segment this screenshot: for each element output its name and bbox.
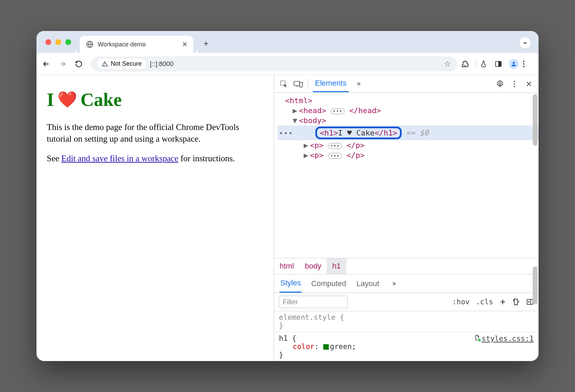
warning-icon [102,61,108,67]
devtools-toolbar: Elements [274,75,539,93]
inspect-element-icon[interactable] [279,79,289,89]
subtab-styles[interactable]: Styles [280,274,302,293]
minimize-window-button[interactable] [55,39,61,45]
new-tab-button[interactable]: + [201,38,211,49]
page-heading: I ❤️ Cake [47,87,263,112]
labs-icon[interactable] [480,60,490,68]
h1-open-tag: <h1> [320,129,338,137]
security-label: Not Secure [111,60,142,67]
close-devtools-icon[interactable] [524,79,534,89]
tab-elements[interactable]: Elements [313,75,349,92]
security-chip[interactable]: Not Secure [98,59,146,69]
profile-avatar[interactable] [509,59,519,69]
svg-point-10 [499,83,501,85]
rule-source-link[interactable]: styles.css:1 [474,334,534,343]
element-style-selector: element.style { [279,313,534,322]
close-window-button[interactable] [45,39,51,45]
css-value: green [330,342,352,351]
p2-pre: See [47,154,61,163]
devtools-scrollbar[interactable] [532,93,539,361]
subtab-layout[interactable]: Layout [356,275,380,292]
dom-breadcrumb: html body h1 [274,258,539,274]
dom-node-body[interactable]: ▼<body> [278,116,539,126]
crumb-body[interactable]: body [300,258,327,274]
svg-point-4 [523,61,524,62]
side-panel-icon[interactable] [495,60,505,68]
heart-icon: ❤️ [57,89,77,110]
svg-point-13 [514,86,515,87]
forward-button[interactable] [58,60,71,68]
styles-filter-input[interactable]: Filter [279,296,348,308]
toolbar-separator [476,59,476,69]
kebab-menu-icon[interactable] [523,60,533,68]
rendered-page: I ❤️ Cake This is the demo page for the … [36,75,274,361]
row-actions-icon[interactable]: ••• [279,129,293,137]
color-swatch[interactable] [323,344,329,350]
svg-rect-2 [499,61,501,66]
globe-icon [86,41,94,48]
more-tabs-icon[interactable] [354,79,363,89]
filter-placeholder: Filter [283,298,298,306]
browser-tab[interactable]: Workspace demo ✕ [80,36,193,53]
heading-text-cake: Cake [80,87,122,112]
paint-flash-icon[interactable] [512,298,520,306]
h1-close-tag: </h1> [375,129,397,137]
more-subtabs-icon[interactable] [389,279,399,288]
browser-window: Workspace demo ✕ + Not Secure [::]:8000 … [36,31,539,361]
dom-node-h1-selected[interactable]: ••• <h1>I ♥ Cake</h1> == $0 [278,126,539,140]
dom-node-p1[interactable]: ▶<p> ••• </p> [278,140,539,150]
content-area: I ❤️ Cake This is the demo page for the … [36,75,539,361]
gear-icon[interactable] [495,79,505,89]
svg-point-3 [513,62,515,64]
rule-element-style[interactable]: element.style { } [274,311,539,332]
subtab-computed[interactable]: Computed [311,275,347,292]
close-tab-icon[interactable]: ✕ [182,40,188,48]
address-bar[interactable]: Not Secure [::]:8000 ☆ [91,56,457,72]
devtools-separator [308,79,308,89]
p2-post: for instructions. [178,154,235,163]
devtools-panel: Elements <html> ▶<head> ••• </head> [274,75,539,361]
styles-subtab-bar: Styles Computed Layout [274,274,539,293]
hov-toggle[interactable]: :hov [452,298,470,306]
h1-text: I ♥ Cake [338,129,375,137]
device-toolbar-icon[interactable] [293,79,303,89]
rule-close: } [279,351,534,359]
svg-rect-8 [294,81,300,85]
reload-button[interactable] [75,60,87,68]
svg-point-6 [523,66,524,67]
heading-text-i: I [47,87,54,112]
toolbar: Not Secure [::]:8000 ☆ [36,53,539,75]
dom-node-p2[interactable]: ▶<p> ••• </p> [278,150,539,160]
tab-title: Workspace demo [98,41,178,48]
tabs-dropdown-button[interactable] [519,37,531,49]
crumb-html[interactable]: html [274,258,300,274]
styles-toolbar: Filter :hov .cls [274,293,539,311]
element-style-close: } [279,322,534,330]
new-style-rule-icon[interactable] [499,298,506,305]
svg-point-11 [514,80,515,82]
svg-point-12 [514,83,515,84]
dom-node-head[interactable]: ▶<head> ••• </head> [278,106,539,116]
dom-node-html[interactable]: <html> [278,96,539,106]
dom-tree[interactable]: <html> ▶<head> ••• </head> ▼<body> ••• <… [274,93,539,258]
window-controls [45,39,71,45]
svg-point-5 [523,63,524,64]
bookmark-star-icon[interactable]: ☆ [444,59,451,68]
selected-node-ref: == $0 [406,129,428,137]
cls-toggle[interactable]: .cls [476,298,493,306]
rule-source-text: styles.css:1 [481,335,534,343]
file-icon [474,334,480,341]
styles-rules: element.style { } styles.css:1 h1 { colo… [274,311,539,361]
devtools-kebab-icon[interactable] [510,79,519,89]
page-paragraph-2: See Edit and save files in a workspace f… [47,153,263,164]
extensions-icon[interactable] [461,60,471,68]
page-paragraph-1: This is the demo page for the official C… [47,121,263,145]
css-prop: color [293,342,314,351]
back-button[interactable] [42,60,54,68]
maximize-window-button[interactable] [65,39,71,45]
crumb-h1[interactable]: h1 [327,258,346,274]
workspace-link[interactable]: Edit and save files in a workspace [61,154,178,163]
url-text: [::]:8000 [150,60,440,68]
rule-h1[interactable]: styles.css:1 h1 { color: green; } [274,332,539,361]
rule-declaration[interactable]: color: green; [279,342,534,351]
